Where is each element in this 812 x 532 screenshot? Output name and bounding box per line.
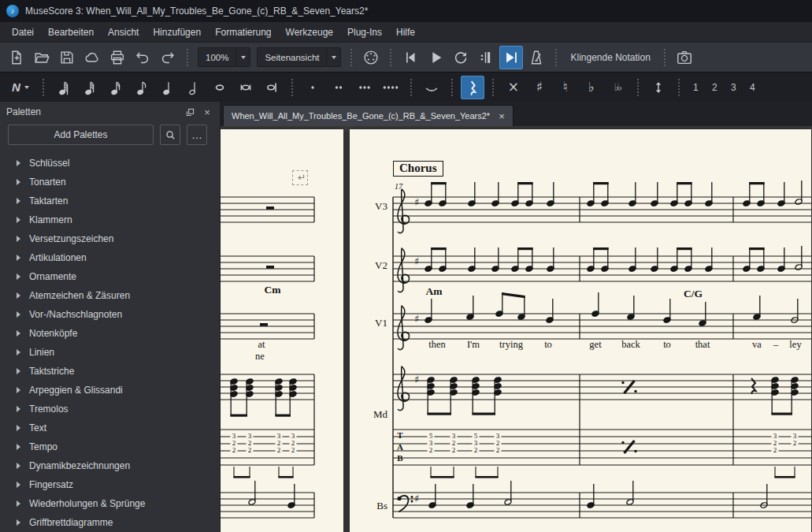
palette-item-versetzungszeichen[interactable]: Versetzungszeichen bbox=[0, 229, 220, 248]
palette-item-tonarten[interactable]: Tonarten bbox=[0, 173, 220, 192]
dot-2-button[interactable] bbox=[327, 76, 350, 99]
concert-pitch-button[interactable]: Klingende Notation bbox=[564, 48, 656, 67]
menu-datei[interactable]: Datei bbox=[5, 24, 41, 41]
palette-item-taktarten[interactable]: Taktarten bbox=[0, 192, 220, 210]
voice-3-button[interactable]: 3 bbox=[726, 79, 741, 96]
score-tab[interactable]: When_Will_All_My_Troubles_Be_Gone_(c)_RB… bbox=[223, 105, 514, 126]
note-8-button[interactable] bbox=[130, 76, 154, 99]
dot-3-button[interactable] bbox=[353, 76, 376, 99]
palette-item-arpeggien-glissandi[interactable]: Arpeggien & Glissandi bbox=[0, 381, 220, 400]
search-palettes-button[interactable] bbox=[160, 125, 180, 145]
menu-formatierung[interactable]: Formatierung bbox=[208, 24, 278, 41]
lyric-syllable[interactable]: ley bbox=[789, 339, 801, 351]
palette-item-taktstriche[interactable]: Taktstriche bbox=[0, 362, 220, 381]
tab-fret-number[interactable]: 2 bbox=[428, 447, 435, 454]
double-flat-button[interactable]: ♭♭ bbox=[606, 76, 629, 99]
palette-item-atemzeichen-z-suren[interactable]: Atemzeichen & Zäsuren bbox=[0, 286, 220, 305]
open-file-button[interactable] bbox=[30, 46, 54, 69]
redo-button[interactable] bbox=[156, 46, 180, 69]
new-score-button[interactable] bbox=[5, 46, 28, 69]
lyric-syllable[interactable]: va bbox=[752, 339, 762, 351]
note-16-button[interactable] bbox=[104, 76, 128, 99]
tie-button[interactable] bbox=[420, 76, 443, 99]
palette-item-fingersatz[interactable]: Fingersatz bbox=[0, 475, 220, 494]
lyric-syllable[interactable]: I'm bbox=[467, 339, 480, 351]
staff-label-v3[interactable]: V3 bbox=[367, 200, 387, 213]
chord-symbol[interactable]: C/G bbox=[684, 288, 703, 300]
tab-clef[interactable]: TAB bbox=[395, 430, 405, 464]
flat-button[interactable]: ♭ bbox=[580, 76, 603, 99]
double-sharp-button[interactable]: × bbox=[502, 76, 525, 99]
palette-item-tempo[interactable]: Tempo bbox=[0, 437, 220, 456]
palette-item-klammern[interactable]: Klammern bbox=[0, 210, 220, 229]
note-input-button[interactable]: N bbox=[6, 76, 35, 99]
float-panel-icon[interactable] bbox=[184, 106, 196, 118]
metronome-button[interactable] bbox=[525, 46, 548, 69]
tab-fret-number[interactable]: 2 bbox=[290, 447, 297, 454]
menu-hinzuf-gen[interactable]: Hinzufügen bbox=[146, 24, 208, 41]
menu-werkzeuge[interactable]: Werkzeuge bbox=[279, 24, 340, 41]
print-button[interactable] bbox=[106, 46, 129, 69]
tab-fret-number[interactable]: 2 bbox=[473, 447, 480, 454]
note-longa-button[interactable] bbox=[260, 76, 284, 99]
tab-fret-number[interactable]: 2 bbox=[276, 447, 283, 454]
tab-fret-number[interactable]: 2 bbox=[792, 440, 799, 447]
note-whole-button[interactable] bbox=[208, 76, 232, 99]
palette-item-schl-ssel[interactable]: Schlüssel bbox=[0, 154, 220, 173]
note-breve-button[interactable] bbox=[234, 76, 258, 99]
section-break-icon[interactable] bbox=[292, 170, 308, 185]
undo-button[interactable] bbox=[131, 46, 154, 69]
loop-button[interactable] bbox=[449, 46, 473, 69]
menu-bearbeiten[interactable]: Bearbeiten bbox=[41, 24, 101, 41]
tab-close-icon[interactable]: × bbox=[499, 111, 505, 121]
play-button[interactable] bbox=[424, 46, 447, 69]
lyric-syllable[interactable]: to bbox=[544, 339, 552, 351]
menu-plug-ins[interactable]: Plug-Ins bbox=[340, 24, 389, 41]
voice-2-button[interactable]: 2 bbox=[707, 79, 722, 96]
play-repeats-button[interactable] bbox=[474, 46, 498, 69]
sharp-button[interactable]: ♯ bbox=[528, 76, 551, 99]
staff-label-v1[interactable]: V1 bbox=[367, 317, 387, 329]
lyric-syllable[interactable]: to bbox=[663, 339, 671, 351]
pan-playback-button[interactable] bbox=[499, 46, 523, 69]
note-64-button[interactable] bbox=[52, 76, 76, 99]
midi-input-button[interactable] bbox=[359, 46, 383, 69]
palette-item-wiederholungen-spr-nge[interactable]: Wiederholungen & Sprünge bbox=[0, 494, 220, 513]
staff-label-v2[interactable]: V2 bbox=[367, 259, 387, 272]
dot-1-button[interactable] bbox=[301, 76, 324, 99]
lyric-syllable[interactable]: get bbox=[589, 339, 601, 351]
lyric-syllable[interactable]: trying bbox=[499, 339, 523, 351]
staff-label-md[interactable]: Md bbox=[367, 408, 387, 421]
note-half-button[interactable] bbox=[182, 76, 206, 99]
lyric-syllable[interactable]: back bbox=[621, 339, 640, 351]
lyric-syllable[interactable]: then bbox=[428, 339, 446, 351]
voice-1-button[interactable]: 1 bbox=[688, 79, 703, 96]
staff-label-bs[interactable]: Bs bbox=[367, 500, 387, 512]
rest-button[interactable] bbox=[461, 76, 484, 99]
tab-fret-number[interactable]: 2 bbox=[772, 447, 779, 454]
tab-fret-number[interactable]: 2 bbox=[495, 447, 502, 454]
save-online-button[interactable] bbox=[80, 46, 104, 69]
add-palettes-button[interactable]: Add Palettes bbox=[8, 125, 154, 145]
more-palettes-button[interactable]: … bbox=[187, 125, 207, 145]
palette-item-griffbrettdiagramme[interactable]: Griffbrettdiagramme bbox=[0, 513, 220, 532]
view-mode-select[interactable]: Seitenansicht bbox=[257, 47, 341, 67]
palette-item-dynamikbezeichnungen[interactable]: Dynamikbezeichnungen bbox=[0, 456, 220, 475]
palette-item-text[interactable]: Text bbox=[0, 419, 220, 437]
lyric-syllable[interactable]: at bbox=[258, 339, 265, 351]
note-32-button[interactable] bbox=[78, 76, 102, 99]
rewind-button[interactable] bbox=[399, 46, 422, 69]
palette-item-linien[interactable]: Linien bbox=[0, 343, 220, 362]
palette-item-ornamente[interactable]: Ornamente bbox=[0, 267, 220, 286]
flip-direction-button[interactable] bbox=[647, 76, 670, 99]
tab-fret-number[interactable]: 2 bbox=[247, 447, 254, 454]
palette-item-vor-nachschlagnoten[interactable]: Vor-/Nachschlagnoten bbox=[0, 305, 220, 324]
lyric-syllable[interactable]: ne bbox=[255, 351, 265, 363]
palette-item-tremolos[interactable]: Tremolos bbox=[0, 400, 220, 419]
note-quarter-button[interactable] bbox=[156, 76, 180, 99]
chord-symbol[interactable]: Cm bbox=[265, 284, 281, 296]
palette-item-artikulationen[interactable]: Artikulationen bbox=[0, 248, 220, 267]
palette-item-notenk-pfe[interactable]: Notenköpfe bbox=[0, 324, 220, 343]
image-capture-button[interactable] bbox=[673, 46, 696, 69]
lyric-syllable[interactable]: that bbox=[695, 339, 710, 351]
